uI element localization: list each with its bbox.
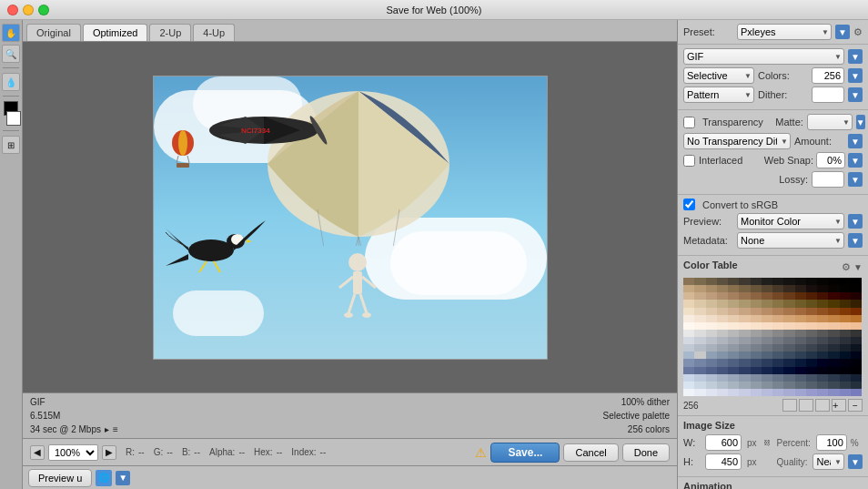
- color-swatch-cell[interactable]: [728, 315, 739, 322]
- color-swatch-cell[interactable]: [683, 359, 694, 366]
- color-swatch-cell[interactable]: [806, 308, 817, 315]
- color-swatch-cell[interactable]: [751, 308, 762, 315]
- eyedropper-tool[interactable]: 💧: [2, 73, 20, 91]
- color-swatch-cell[interactable]: [783, 367, 794, 374]
- color-swatch-cell[interactable]: [817, 278, 828, 285]
- color-swatch-cell[interactable]: [751, 330, 762, 337]
- color-swatch-cell[interactable]: [806, 382, 817, 389]
- color-swatch-cell[interactable]: [828, 389, 839, 396]
- color-swatch-cell[interactable]: [739, 322, 750, 330]
- color-swatch-cell[interactable]: [762, 292, 772, 300]
- color-swatch-cell[interactable]: [851, 382, 862, 389]
- color-swatch-cell[interactable]: [828, 278, 839, 285]
- color-swatch-cell[interactable]: [683, 337, 694, 344]
- color-swatch-cell[interactable]: [683, 278, 694, 285]
- color-swatch-cell[interactable]: [739, 367, 750, 374]
- color-swatch-cell[interactable]: [851, 322, 862, 330]
- color-swatch-cell[interactable]: [851, 330, 862, 337]
- color-swatch-cell[interactable]: [739, 308, 750, 315]
- color-swatch-cell[interactable]: [806, 278, 817, 285]
- color-swatch-cell[interactable]: [795, 367, 806, 374]
- color-swatch-cell[interactable]: [694, 308, 705, 315]
- preview-button[interactable]: Preview u: [28, 469, 92, 487]
- color-swatch-cell[interactable]: [772, 374, 783, 382]
- add-color-btn[interactable]: +: [832, 399, 846, 412]
- color-swatch-cell[interactable]: [728, 278, 739, 285]
- color-swatch-cell[interactable]: [806, 359, 817, 366]
- color-swatch-cell[interactable]: [817, 285, 828, 292]
- color-swatch-cell[interactable]: [683, 344, 694, 351]
- color-swatch-cell[interactable]: [717, 300, 728, 307]
- color-swatch-cell[interactable]: [806, 322, 817, 330]
- save-button[interactable]: Save...: [490, 443, 560, 463]
- color-swatch-cell[interactable]: [717, 292, 728, 300]
- zoom-tool[interactable]: 🔍: [2, 45, 20, 63]
- color-swatch-cell[interactable]: [683, 351, 694, 359]
- preview-dropdown[interactable]: ▼: [116, 471, 130, 485]
- color-swatch-cell[interactable]: [851, 344, 862, 351]
- color-swatch-cell[interactable]: [706, 308, 717, 315]
- color-swatch-cell[interactable]: [728, 389, 739, 396]
- format-arrow[interactable]: ▼: [848, 49, 863, 64]
- color-swatch-cell[interactable]: [772, 344, 783, 351]
- color-swatch-cell[interactable]: [762, 389, 772, 396]
- quality-select[interactable]: Nearest Neighbor: [812, 453, 844, 470]
- color-swatch-cell[interactable]: [739, 337, 750, 344]
- color-swatch-cell[interactable]: [751, 367, 762, 374]
- color-swatch-cell[interactable]: [817, 322, 828, 330]
- color-swatch-cell[interactable]: [751, 278, 762, 285]
- color-swatch-cell[interactable]: [783, 351, 794, 359]
- color-swatch-cell[interactable]: [817, 344, 828, 351]
- color-swatch-cell[interactable]: [683, 382, 694, 389]
- color-swatch-cell[interactable]: [706, 278, 717, 285]
- colors-input[interactable]: [812, 67, 844, 84]
- color-swatch-cell[interactable]: [762, 351, 772, 359]
- color-swatch-cell[interactable]: [783, 285, 794, 292]
- color-swatch-cell[interactable]: [828, 330, 839, 337]
- tab-four-up[interactable]: 4-Up: [193, 24, 235, 41]
- height-input[interactable]: [705, 453, 742, 470]
- color-swatch-cell[interactable]: [795, 300, 806, 307]
- lock-color-btn[interactable]: [815, 399, 830, 412]
- color-swatch-cell[interactable]: [840, 344, 851, 351]
- color-swatch-cell[interactable]: [683, 389, 694, 396]
- color-swatch-cell[interactable]: [728, 292, 739, 300]
- color-swatch-cell[interactable]: [751, 285, 762, 292]
- color-swatch-cell[interactable]: [762, 300, 772, 307]
- tab-original[interactable]: Original: [26, 24, 81, 41]
- color-swatch-cell[interactable]: [728, 374, 739, 382]
- color-swatch-cell[interactable]: [694, 292, 705, 300]
- color-swatch-cell[interactable]: [795, 315, 806, 322]
- color-swatch-cell[interactable]: [694, 278, 705, 285]
- color-swatch-cell[interactable]: [694, 359, 705, 366]
- percent-input[interactable]: [816, 434, 847, 451]
- reduction-select[interactable]: Selective: [683, 67, 754, 84]
- color-swatch-cell[interactable]: [783, 330, 794, 337]
- color-swatch-cell[interactable]: [783, 278, 794, 285]
- color-swatch-cell[interactable]: [851, 292, 862, 300]
- color-swatch-cell[interactable]: [717, 367, 728, 374]
- color-swatch-cell[interactable]: [795, 330, 806, 337]
- color-swatch-cell[interactable]: [706, 374, 717, 382]
- preview-select-arrow[interactable]: ▼: [848, 214, 863, 229]
- color-swatch-cell[interactable]: [772, 308, 783, 315]
- color-swatch-cell[interactable]: [751, 337, 762, 344]
- color-swatch-cell[interactable]: [683, 300, 694, 307]
- color-swatch-cell[interactable]: [806, 337, 817, 344]
- color-swatch-cell[interactable]: [817, 359, 828, 366]
- more-options-icon[interactable]: ▸: [105, 423, 109, 436]
- color-swatch-cell[interactable]: [772, 330, 783, 337]
- color-swatch-cell[interactable]: [772, 382, 783, 389]
- color-swatch-cell[interactable]: [840, 278, 851, 285]
- color-swatch-cell[interactable]: [694, 337, 705, 344]
- color-swatch-cell[interactable]: [739, 315, 750, 322]
- color-swatch-cell[interactable]: [795, 285, 806, 292]
- color-swatch-cell[interactable]: [851, 351, 862, 359]
- color-swatch-cell[interactable]: [717, 344, 728, 351]
- color-swatch-cell[interactable]: [828, 344, 839, 351]
- color-swatch-cell[interactable]: [762, 367, 772, 374]
- cancel-button[interactable]: Cancel: [563, 443, 618, 462]
- color-swatch-cell[interactable]: [851, 308, 862, 315]
- color-swatch-cell[interactable]: [783, 292, 794, 300]
- hand-tool[interactable]: ✋: [2, 24, 20, 42]
